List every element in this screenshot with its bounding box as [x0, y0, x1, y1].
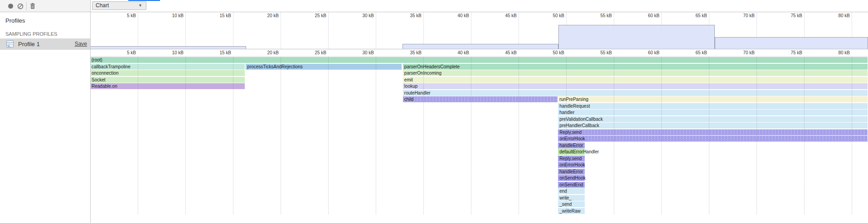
flame-bar-onsendhook[interactable]: onSendHook: [558, 175, 585, 181]
ruler1-tick-label: 10 kB: [152, 13, 184, 18]
flame-bar-socket[interactable]: Socket: [91, 77, 245, 83]
ruler1-tick-label: 20 kB: [247, 13, 279, 18]
flame-bar-_send[interactable]: _send: [558, 201, 585, 207]
flame-chart[interactable]: (root)callbackTrampolineprocessTicksAndR…: [91, 57, 868, 223]
ruler2-tick-label: 15 kB: [199, 50, 231, 55]
ruler1-tick-label: 15 kB: [199, 13, 231, 18]
chevron-down-icon: ▼: [138, 2, 142, 9]
ruler2-tick-label: 45 kB: [485, 50, 517, 55]
chart-toolbar: Chart ▼: [91, 0, 868, 12]
flame-gridline-25kb: [328, 57, 329, 214]
ruler2-tick-label: 50 kB: [533, 50, 564, 55]
flame-bar-onerrorhook[interactable]: onErrorHook: [558, 162, 585, 168]
panel-accent-bar: [128, 0, 160, 1]
flame-bar-routehandler[interactable]: routeHandler: [403, 90, 868, 96]
ruler1-tick-label: 50 kB: [533, 13, 564, 18]
ruler2-tick-label: 25 kB: [295, 50, 326, 55]
ruler2-tick-label: 60 kB: [628, 50, 659, 55]
ruler2-tick-label: 55 kB: [580, 50, 612, 55]
sampling-profiles-section-label: SAMPLING PROFILES: [5, 31, 57, 37]
ruler1-tick-label: 60 kB: [628, 13, 659, 18]
ruler2-tick-label: 65 kB: [675, 50, 707, 55]
flame-bar-onsendend[interactable]: onSendEnd: [558, 182, 585, 188]
flame-bar-runpreparsing[interactable]: runPreParsing: [558, 96, 868, 102]
ruler2-tick-label: 70 kB: [723, 50, 755, 55]
flame-bar-handler[interactable]: handler: [558, 109, 868, 115]
profiles-sidebar: Profiles SAMPLING PROFILES % Profile 1 S…: [0, 12, 91, 223]
profile-document-icon: %: [6, 40, 14, 50]
flame-bar-write_[interactable]: write_: [558, 195, 585, 201]
flame-bar-readable.on[interactable]: Readable.on: [91, 83, 245, 89]
trash-icon: [29, 3, 36, 9]
ruler1-tick-label: 75 kB: [771, 13, 802, 18]
block-icon: [17, 3, 24, 9]
ruler1-tick-label: 80 kB: [818, 13, 850, 18]
overview-band-segment-4[interactable]: [715, 37, 868, 49]
flame-bar-reply.send[interactable]: Reply.send: [558, 156, 585, 161]
sidebar-item-profile-1[interactable]: % Profile 1 Save: [0, 38, 90, 50]
flame-bar-callbacktrampoline[interactable]: callbackTrampoline: [91, 64, 245, 70]
flame-bar-handleerror[interactable]: handleError: [558, 169, 585, 175]
view-mode-select[interactable]: Chart ▼: [92, 1, 146, 10]
flame-bar-_writeraw[interactable]: _writeRaw: [558, 208, 585, 214]
ruler1-tick-label: 45 kB: [485, 13, 517, 18]
delete-profile-button[interactable]: [29, 3, 36, 11]
ruler1-tick-label: 30 kB: [342, 13, 374, 18]
ruler2-tick-label: 30 kB: [342, 50, 374, 55]
flame-bar-root[interactable]: (root): [91, 57, 868, 63]
flame-bar-end[interactable]: end: [558, 188, 585, 194]
flame-bar-prehandlercallback[interactable]: preHandlerCallback: [558, 123, 868, 128]
sidebar-title: Profiles: [5, 17, 25, 24]
overview-band-segment-3[interactable]: [558, 25, 714, 49]
flame-bar-parseronincoming[interactable]: parserOnIncoming: [403, 70, 868, 76]
save-profile-link[interactable]: Save: [75, 41, 87, 47]
overview-band-segment-2[interactable]: [402, 44, 558, 49]
ruler1-tick-label: 5 kB: [104, 13, 136, 18]
flame-bar-onerrorhook[interactable]: onErrorHook: [558, 136, 868, 142]
flame-bar-lookup[interactable]: lookup: [403, 83, 868, 89]
ruler2-tick-label: 5 kB: [104, 50, 136, 55]
clear-profiles-button[interactable]: [17, 3, 24, 11]
record-profile-button[interactable]: [8, 4, 13, 9]
overview-band-segment-1[interactable]: [91, 46, 246, 49]
ruler2-tick-label: 20 kB: [247, 50, 279, 55]
flame-bar-handlerequest[interactable]: handleRequest: [558, 103, 868, 109]
ruler2-tick-label: 40 kB: [437, 50, 469, 55]
flame-bar-processticksandrejections[interactable]: processTicksAndRejections: [246, 64, 401, 70]
svg-text:%: %: [7, 44, 10, 47]
flame-bar-onconnection[interactable]: onconnection: [91, 70, 245, 76]
flame-chart-panel: (root)callbackTrampolineprocessTicksAndR…: [91, 12, 868, 223]
ruler2-tick-label: 35 kB: [390, 50, 422, 55]
ruler2-tick-label: 10 kB: [152, 50, 184, 55]
view-mode-value: Chart: [96, 2, 109, 9]
flame-gridline-30kb: [376, 57, 376, 214]
ruler2-tick-label: 75 kB: [771, 50, 802, 55]
profiler-toolbar: [0, 0, 91, 12]
flame-bar-reply.send[interactable]: Reply.send: [558, 129, 868, 135]
ruler1-tick-label: 35 kB: [390, 13, 422, 18]
ruler1-tick-label: 40 kB: [437, 13, 469, 18]
profile-name: Profile 1: [18, 41, 40, 47]
profiler-app: Chart ▼ Profiles SAMPLING PROFILES % Pro…: [0, 0, 868, 223]
ruler1-tick-label: 70 kB: [723, 13, 755, 18]
flame-bar-parseronheaderscomplete[interactable]: parserOnHeadersComplete: [403, 64, 868, 70]
toolbar-separator: [26, 2, 27, 10]
flame-bar-defaulterrorhandler[interactable]: defaultErrorHandler: [558, 149, 585, 155]
flame-bar-emit[interactable]: emit: [403, 77, 868, 83]
ruler1-tick-label: 65 kB: [675, 13, 707, 18]
flame-bar-prevalidationcallback[interactable]: preValidationCallback: [558, 116, 868, 122]
ruler1-tick-label: 55 kB: [580, 13, 612, 18]
ruler1-tick-label: 25 kB: [295, 13, 326, 18]
flame-bar-child[interactable]: child: [403, 96, 558, 102]
flame-gridline-20kb: [281, 57, 281, 214]
ruler2-tick-label: 80 kB: [818, 50, 850, 55]
flame-bar-handleerror[interactable]: handleError: [558, 142, 585, 148]
